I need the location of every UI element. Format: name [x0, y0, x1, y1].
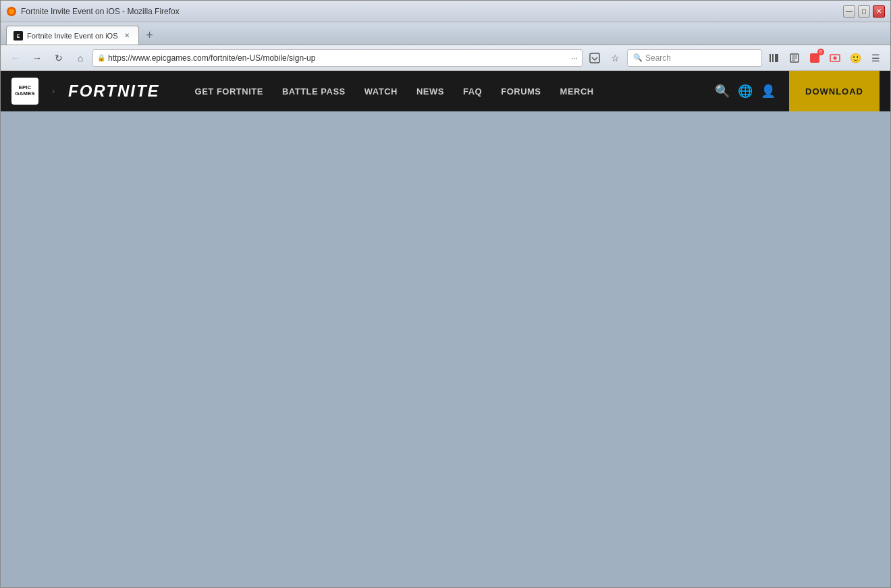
minimize-button[interactable]: — — [843, 5, 855, 18]
new-tab-button[interactable]: + — [140, 26, 159, 45]
site-header: EPIC GAMES › FORTNITE GET FORTNITE BATTL… — [1, 71, 890, 111]
epic-logo-text: EPIC GAMES — [15, 85, 34, 97]
url-text: https://www.epicgames.com/fortnite/en-US… — [108, 53, 568, 63]
svg-rect-5 — [770, 54, 771, 62]
forward-button[interactable]: → — [28, 49, 47, 68]
search-header-icon[interactable]: 🔍 — [715, 84, 730, 99]
search-icon: 🔍 — [633, 53, 643, 62]
reader-icon[interactable] — [785, 49, 804, 68]
nav-icons: ☆ — [585, 49, 624, 68]
window-controls: — □ ✕ — [843, 5, 885, 18]
svg-rect-4 — [590, 53, 599, 63]
account-icon[interactable]: 👤 — [761, 84, 776, 99]
back-button[interactable]: ← — [6, 49, 25, 68]
nav-merch[interactable]: MERCH — [552, 81, 602, 102]
active-tab[interactable]: E Fortnite Invite Event on iOS ✕ — [6, 26, 139, 45]
download-button[interactable]: DOWNLOAD — [789, 71, 880, 111]
home-button[interactable]: ⌂ — [71, 49, 90, 68]
language-icon[interactable]: 🌐 — [738, 84, 753, 99]
header-chevron-icon: › — [52, 86, 55, 96]
site-nav: GET FORTNITE BATTLE PASS WATCH NEWS FAQ … — [187, 81, 701, 102]
title-bar: Fortnite Invite Event on iOS - Mozilla F… — [1, 1, 890, 22]
menu-icon[interactable]: ☰ — [866, 49, 885, 68]
tab-bar: E Fortnite Invite Event on iOS ✕ + — [1, 22, 890, 45]
pocket-icon[interactable] — [585, 49, 604, 68]
extra-nav-icons: 6 🙂 ☰ — [765, 49, 885, 68]
nav-forums[interactable]: FORUMS — [493, 81, 549, 102]
nav-get-fortnite[interactable]: GET FORTNITE — [187, 81, 271, 102]
url-options-icon[interactable]: ··· — [571, 53, 578, 63]
browser-favicon — [6, 6, 17, 17]
nav-watch[interactable]: WATCH — [356, 81, 406, 102]
tab-close-button[interactable]: ✕ — [122, 31, 132, 41]
tab-favicon: E — [14, 31, 23, 41]
reload-button[interactable]: ↻ — [49, 49, 68, 68]
lock-icon: 🔒 — [97, 54, 105, 61]
close-button[interactable]: ✕ — [873, 5, 885, 18]
fortnite-logo: FORTNITE — [68, 82, 160, 101]
nav-battle-pass[interactable]: BATTLE PASS — [274, 81, 354, 102]
svg-point-1 — [9, 9, 14, 14]
search-text: Search — [645, 53, 671, 63]
nav-faq[interactable]: FAQ — [455, 81, 490, 102]
screenshot-icon[interactable] — [826, 49, 844, 68]
emoji-icon[interactable]: 🙂 — [846, 49, 865, 68]
browser-window: Fortnite Invite Event on iOS - Mozilla F… — [0, 0, 891, 588]
header-icons: 🔍 🌐 👤 — [715, 84, 776, 99]
window-title: Fortnite Invite Event on iOS - Mozilla F… — [21, 7, 839, 16]
nav-bar: ← → ↻ ⌂ 🔒 https://www.epicgames.com/fort… — [1, 45, 890, 71]
site-container: EPIC GAMES › FORTNITE GET FORTNITE BATTL… — [1, 71, 890, 587]
svg-text:E: E — [17, 34, 20, 38]
svg-rect-6 — [772, 54, 774, 62]
library-icon[interactable] — [765, 49, 784, 68]
tab-label: Fortnite Invite Event on iOS — [27, 32, 118, 40]
svg-rect-7 — [775, 54, 778, 62]
search-bar[interactable]: 🔍 Search — [627, 49, 762, 67]
maximize-button[interactable]: □ — [858, 5, 870, 18]
epic-games-logo: EPIC GAMES — [11, 78, 38, 105]
svg-point-14 — [834, 56, 837, 59]
url-bar[interactable]: 🔒 https://www.epicgames.com/fortnite/en-… — [92, 49, 583, 67]
nav-news[interactable]: NEWS — [408, 81, 452, 102]
notification-icon[interactable]: 6 — [805, 49, 824, 68]
bookmark-icon[interactable]: ☆ — [605, 49, 624, 68]
